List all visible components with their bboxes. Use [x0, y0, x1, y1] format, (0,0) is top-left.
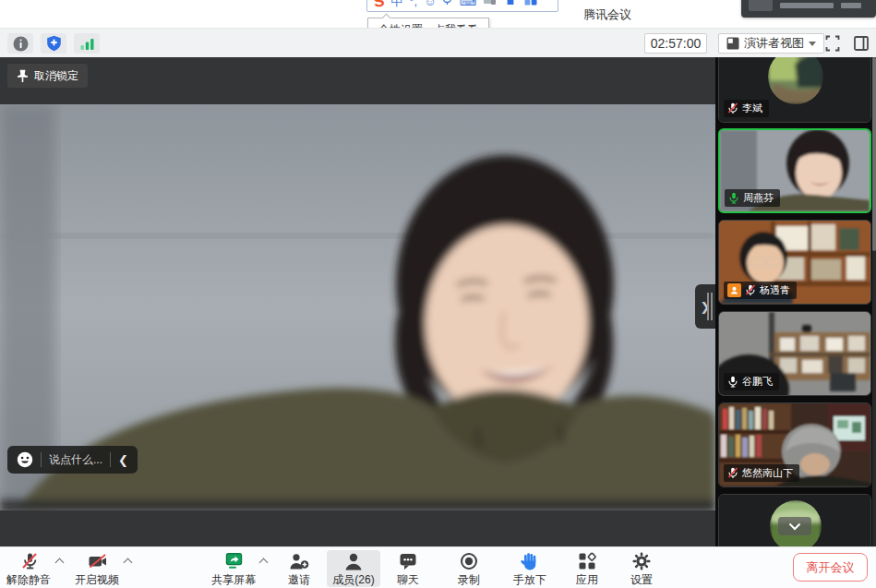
- keyboard-icon[interactable]: ⌨: [459, 0, 476, 7]
- sidebar-scrollbar-thumb[interactable]: [872, 57, 876, 251]
- record-label: 录制: [442, 572, 496, 588]
- lower-hand-label: 手放下: [503, 572, 557, 588]
- participant-tile-zhouyanfen[interactable]: 周燕芬: [718, 128, 871, 213]
- participant-tile-yangyuqing[interactable]: 杨遇青: [718, 220, 871, 305]
- emoji-smiley-icon[interactable]: [17, 451, 33, 468]
- participant-name: 谷鹏飞: [742, 375, 773, 389]
- caption-placeholder[interactable]: 说点什么...: [49, 452, 102, 468]
- caption-collapse-arrow[interactable]: ❮: [118, 453, 128, 467]
- start-video-button[interactable]: 开启视频: [70, 550, 124, 587]
- voice-input-icon[interactable]: [442, 0, 452, 9]
- chinese-mode-icon[interactable]: 中: [390, 0, 402, 7]
- start-video-label: 开启视频: [70, 572, 124, 588]
- signal-bars-icon: [79, 37, 95, 51]
- participant-name: 周燕芬: [743, 191, 774, 205]
- members-label: 成员(26): [327, 572, 380, 588]
- record-button[interactable]: 录制: [442, 550, 496, 587]
- participant-tile-partial[interactable]: [718, 494, 871, 546]
- chat-button[interactable]: 聊天: [381, 550, 435, 587]
- tray-popup-text-blur: [780, 3, 834, 8]
- participant-name: 悠然南山下: [742, 466, 793, 480]
- meeting-timer: 02:57:00: [644, 33, 707, 54]
- view-mode-label: 演讲者视图: [744, 35, 804, 52]
- caption-divider2: [110, 452, 111, 467]
- caption-input-bar[interactable]: 说点什么... ❮: [7, 446, 138, 474]
- unmute-button[interactable]: 解除静音: [2, 550, 55, 587]
- view-mode-selector[interactable]: 演讲者视图: [718, 33, 824, 54]
- fullscreen-button[interactable]: [824, 35, 841, 55]
- tooltip-notch: [382, 14, 391, 23]
- participant-tile-gupengfei[interactable]: 谷鹏飞: [718, 311, 871, 396]
- punctuation-icon[interactable]: °,: [409, 0, 417, 7]
- sogou-logo-icon[interactable]: S: [373, 0, 386, 9]
- invite-button[interactable]: 邀请: [272, 550, 326, 587]
- settings-gear-icon: [615, 550, 668, 571]
- mic-muted-icon: [745, 284, 756, 296]
- nameplate: 悠然南山下: [724, 464, 799, 482]
- mic-options-chevron[interactable]: [56, 559, 64, 567]
- meeting-info-button[interactable]: [7, 33, 33, 54]
- unpin-button[interactable]: 取消锁定: [7, 64, 88, 88]
- video-options-chevron[interactable]: [125, 559, 132, 567]
- ime-toolbar[interactable]: S 中 °, ☺ ⌨: [366, 0, 558, 12]
- apps-label: 应用: [560, 572, 614, 588]
- participant-name: 杨遇青: [760, 283, 790, 297]
- mic-on-icon: [727, 376, 738, 388]
- share-screen-label: 共享屏幕: [207, 572, 260, 588]
- layout-view-icon: [726, 37, 739, 50]
- bottom-toolbar: 解除静音 开启视频 共享屏幕 邀请 成员(26) 聊天: [0, 546, 876, 588]
- apps-grid-icon: [560, 550, 614, 571]
- skin-icon[interactable]: [503, 0, 518, 9]
- splitter-grip2[interactable]: [711, 293, 713, 320]
- share-options-chevron[interactable]: [260, 559, 268, 567]
- tray-popup-text-blur2: [841, 3, 861, 8]
- invite-label: 邀请: [272, 572, 326, 588]
- pin-icon: [17, 69, 29, 83]
- host-badge-icon: [727, 283, 741, 297]
- leave-meeting-button[interactable]: 离开会议: [793, 553, 868, 582]
- share-screen-button[interactable]: 共享屏幕: [207, 550, 260, 587]
- nameplate: 杨遇青: [724, 282, 797, 299]
- nameplate: 李斌: [724, 100, 769, 117]
- mic-active-icon: [728, 192, 739, 204]
- participants-sidebar: 李斌 周燕芬: [715, 57, 876, 546]
- mic-muted-icon: [727, 102, 738, 114]
- lower-hand-button[interactable]: 手放下: [503, 550, 557, 587]
- apps-button[interactable]: 应用: [560, 550, 614, 587]
- chat-label: 聊天: [381, 572, 435, 588]
- participant-name: 李斌: [742, 102, 762, 115]
- chevron-down-icon: [809, 42, 816, 46]
- mic-muted-icon: [2, 550, 55, 571]
- sidebar-toggle-button[interactable]: [853, 35, 870, 55]
- members-button[interactable]: 成员(26): [327, 550, 380, 587]
- camera-muted-icon: [70, 550, 124, 571]
- settings-label: 设置: [615, 572, 668, 588]
- settings-button[interactable]: 设置: [615, 550, 668, 587]
- chevron-down-icon: [788, 522, 801, 531]
- unmute-label: 解除静音: [2, 572, 55, 588]
- window-title: 腾讯会议: [583, 6, 631, 23]
- splitter-grip[interactable]: [707, 293, 709, 320]
- nameplate: 谷鹏飞: [724, 373, 779, 390]
- shield-icon: [46, 35, 62, 52]
- members-person-icon: [327, 550, 380, 571]
- participant-tile-libin[interactable]: 李斌: [718, 57, 871, 123]
- toolbox-icon[interactable]: [524, 0, 537, 9]
- tray-popup-icon: [749, 0, 773, 11]
- participant-tile-youran[interactable]: 悠然南山下: [718, 402, 871, 487]
- main-stage: 取消锁定 说点什么... ❮ ❯: [0, 57, 715, 546]
- security-button[interactable]: [41, 33, 66, 54]
- panel-toggle-icon: [853, 35, 870, 52]
- sidebar-scrollbar[interactable]: [872, 57, 876, 546]
- fullscreen-icon: [824, 35, 841, 52]
- emoji-icon[interactable]: ☺: [424, 0, 436, 7]
- scroll-down-button[interactable]: [778, 517, 811, 535]
- tray-popup[interactable]: [741, 0, 876, 18]
- record-icon: [442, 550, 496, 571]
- network-status-button[interactable]: [74, 33, 100, 54]
- input-tools-icon[interactable]: [483, 0, 497, 9]
- caption-divider: [41, 452, 42, 467]
- meeting-control-bar: 02:57:00 演讲者视图: [0, 28, 876, 57]
- mic-muted-icon: [727, 467, 738, 479]
- raised-hand-icon: [503, 550, 557, 571]
